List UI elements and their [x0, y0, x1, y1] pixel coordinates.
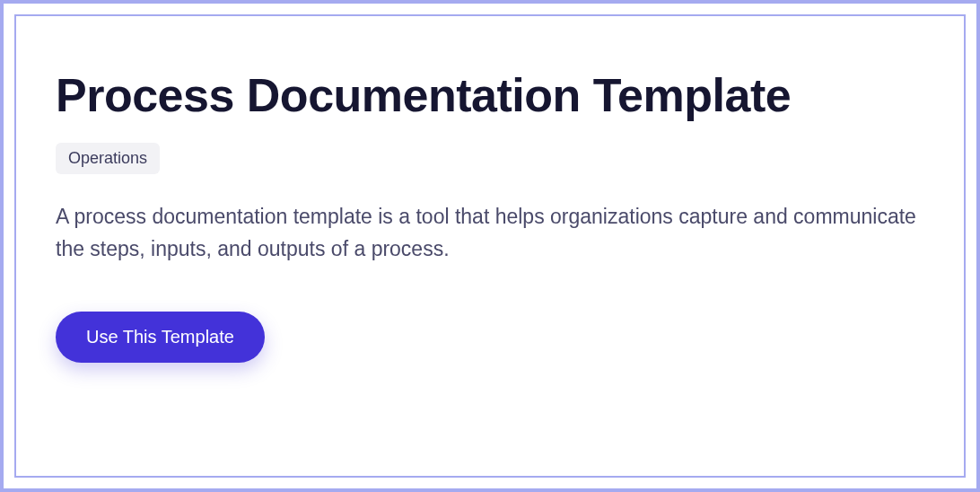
template-description: A process documentation template is a to… — [56, 201, 928, 265]
outer-frame: Process Documentation Template Operation… — [0, 0, 980, 492]
category-tag[interactable]: Operations — [56, 143, 160, 174]
page-title: Process Documentation Template — [56, 70, 928, 121]
use-template-button[interactable]: Use This Template — [56, 312, 265, 363]
inner-frame: Process Documentation Template Operation… — [14, 14, 966, 478]
